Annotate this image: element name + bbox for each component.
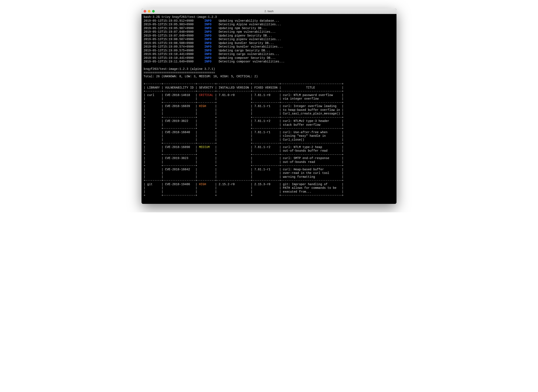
table-row: | | | | | | Curl_sasl_create_plain_messa… bbox=[144, 112, 344, 115]
severity-high: HIGH bbox=[199, 183, 215, 186]
log-message: Updating vulnerability database... bbox=[219, 19, 279, 23]
log-message: Updating pipenv Security DB... bbox=[219, 34, 272, 37]
close-icon[interactable] bbox=[144, 10, 146, 13]
log-message: Detecting cargo vulnerabilities... bbox=[219, 52, 279, 56]
terminal-body[interactable]: bash-3.2$ trivy knqyf263/test-image:1.2.… bbox=[142, 14, 396, 204]
table-border: + +------------------+ + +--------------… bbox=[144, 127, 344, 130]
log-message: Updating cargo Security DB... bbox=[219, 49, 270, 52]
log-message: Detecting npm vulnerabilities... bbox=[219, 30, 276, 33]
severity-high: HIGH bbox=[199, 104, 215, 108]
table-row: | | | | | | out-of-bounds buffer read | bbox=[144, 149, 344, 153]
log-level: INFO bbox=[204, 19, 212, 23]
log-timestamp: 2019-05-13T15:19:08.507+0900 bbox=[144, 37, 197, 41]
shell-prompt: bash-3.2$ bbox=[144, 15, 161, 19]
log-level: INFO bbox=[204, 45, 212, 48]
table-row: | | CVE-2018-16842 | | | 7.61.1-r1 | cur… bbox=[144, 168, 344, 171]
log-timestamp: 2019-05-13T15:19:09.575+0900 bbox=[144, 49, 197, 52]
log-timestamp: 2019-05-13T15:19:07.048+0900 bbox=[144, 30, 197, 33]
table-border: +---------+------------------+----------… bbox=[144, 179, 344, 182]
log-level: INFO bbox=[204, 42, 212, 45]
log-message: Detecting Alpine vulnerabilities... bbox=[219, 23, 281, 26]
log-message: Detecting composer vulnerabilities... bbox=[219, 60, 285, 63]
log-timestamp: 2019-05-13T15:19:09.574+0900 bbox=[144, 45, 197, 48]
report-header: knqyf263/test-image:1.2.3 (alpine 3.7.1) bbox=[144, 67, 215, 71]
table-row: | | CVE-2019-3823 | | | | curl: SMTP end… bbox=[144, 157, 344, 160]
table-header-row: | LIBRARY | VULNERABILITY ID | SEVERITY … bbox=[144, 86, 344, 89]
log-timestamp: 2019-05-13T15:19:03.912+0900 bbox=[144, 19, 197, 23]
log-message: Updating bundler Security DB... bbox=[219, 42, 274, 45]
log-message: Updating composer Security DB... bbox=[219, 56, 276, 60]
table-row: | | | | | | over-read in the curl tool | bbox=[144, 171, 344, 175]
table-border: +---------+------------------+----------… bbox=[144, 82, 344, 86]
log-level: INFO bbox=[204, 34, 212, 37]
table-border: + +------------------+ + + +------------… bbox=[144, 194, 344, 197]
table-row: | | CVE-2018-16890 | MEDIUM | | 7.61.1-r… bbox=[144, 145, 344, 149]
log-message: Detecting bundler vulnerabilities... bbox=[219, 45, 283, 48]
zoom-icon[interactable] bbox=[152, 10, 155, 13]
minimize-icon[interactable] bbox=[148, 10, 151, 13]
table-row: | curl | CVE-2018-14618 | CRITICAL | 7.6… bbox=[144, 93, 344, 97]
log-level: INFO bbox=[204, 37, 212, 41]
table-row: | | CVE-2018-16839 | HIGH | | 7.61.1-r1 … bbox=[144, 104, 344, 108]
log-level: INFO bbox=[204, 49, 212, 52]
table-border: + +------------------+ + +--------------… bbox=[144, 153, 344, 156]
table-border: + +------------------+ + +--------------… bbox=[144, 116, 344, 119]
log-timestamp: 2019-05-13T15:19:05.983+0900 bbox=[144, 23, 197, 26]
log-message: Updating npm Security DB... bbox=[219, 27, 267, 30]
log-timestamp: 2019-05-13T15:19:10.441+0900 bbox=[144, 52, 197, 56]
table-border: + +------------------+----------+ +-----… bbox=[144, 142, 344, 145]
severity-medium: MEDIUM bbox=[199, 145, 215, 149]
log-level: INFO bbox=[204, 27, 212, 30]
table-row: | | CVE-2019-3822 | | | 7.61.1-r2 | curl… bbox=[144, 119, 344, 123]
table-border: + +------------------+----------+ +-----… bbox=[144, 101, 344, 104]
table-border: +---------+------------------+----------… bbox=[144, 90, 344, 93]
log-timestamp: 2019-05-13T15:19:08.508+0900 bbox=[144, 42, 197, 45]
log-timestamp: 2019-05-13T15:19:05.987+0900 bbox=[144, 27, 197, 30]
titlebar: 2. bash bbox=[142, 9, 396, 14]
table-row: | | | | | | closing "easy" handle in | bbox=[144, 134, 344, 138]
log-level: INFO bbox=[204, 52, 212, 56]
log-level: INFO bbox=[204, 23, 212, 26]
command-text: trivy knqyf263/test-image:1.2.3 bbox=[161, 15, 217, 19]
table-row: | | | | | | Curl_close() | bbox=[144, 138, 344, 141]
totals-line: Total: 26 (UNKNOWN: 0, LOW: 3, MEDIUM: 1… bbox=[144, 75, 258, 78]
table-border: + +------------------+ + +--------------… bbox=[144, 164, 344, 167]
log-message: Detecting pipenv vulnerabilities... bbox=[219, 37, 281, 41]
table-row: | git | CVE-2018-19486 | HIGH | 2.15.2-r… bbox=[144, 183, 344, 186]
table-row: | | | | | | via integer overflow | bbox=[144, 97, 344, 100]
table-row: | | | | | | executed from... | bbox=[144, 190, 344, 193]
table-row: | | | | | | out-of-bounds read | bbox=[144, 160, 344, 164]
log-level: INFO bbox=[204, 56, 212, 60]
table-row: | | | | | | to heap-based buffer overflo… bbox=[144, 108, 344, 112]
log-timestamp: 2019-05-13T15:19:07.048+0900 bbox=[144, 34, 197, 37]
severity-critical: CRITICAL bbox=[199, 93, 215, 97]
log-level: INFO bbox=[204, 30, 212, 33]
log-timestamp: 2019-05-13T15:19:11.649+0900 bbox=[144, 60, 197, 63]
table-row: | | | | | | stack buffer overflow | bbox=[144, 123, 344, 126]
window-title: 2. bash bbox=[142, 9, 396, 13]
table-row: | | | | | | PATH allows for commands to … bbox=[144, 186, 344, 190]
report-header-underline: ======================================== bbox=[144, 71, 215, 75]
table-row: | | CVE-2018-16840 | | | 7.61.1-r1 | cur… bbox=[144, 131, 344, 134]
terminal-window: 2. bash bash-3.2$ trivy knqyf263/test-im… bbox=[142, 9, 396, 204]
table-row: | | | | | | warning formatting | bbox=[144, 175, 344, 179]
traffic-lights bbox=[144, 10, 155, 13]
log-level: INFO bbox=[204, 60, 212, 63]
log-timestamp: 2019-05-13T15:19:10.441+0900 bbox=[144, 56, 197, 60]
